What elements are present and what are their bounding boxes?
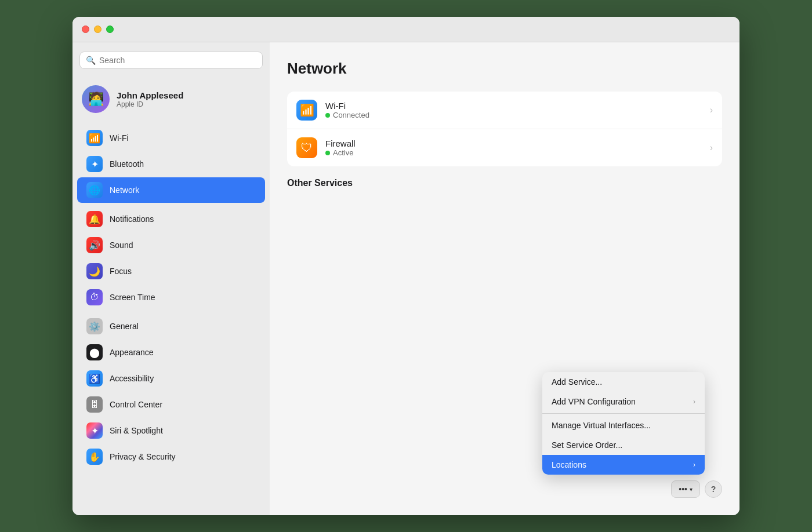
close-button[interactable]: [82, 25, 89, 33]
sidebar-item-screentime[interactable]: ⏱ Screen Time: [77, 285, 265, 310]
main-window: 🔍 🧑‍💻 John Appleseed Apple ID 📶: [72, 17, 740, 515]
sidebar-item-accessibility[interactable]: ♿ Accessibility: [77, 366, 265, 391]
dropdown-item-add-vpn-label: Add VPN Configuration: [552, 397, 636, 406]
sidebar-item-focus[interactable]: 🌙 Focus: [77, 258, 265, 284]
focus-icon: 🌙: [86, 263, 103, 279]
wifi-chevron-icon: ›: [710, 105, 713, 115]
appearance-icon: ⬤: [86, 344, 103, 360]
sidebar-item-sound[interactable]: 🔊 Sound: [77, 232, 265, 258]
bluetooth-icon: ✦: [86, 156, 103, 172]
search-icon: 🔍: [86, 56, 96, 65]
privacy-icon: ✋: [86, 449, 103, 465]
dropdown-item-locations-label: Locations: [552, 460, 586, 469]
sidebar-item-label-bluetooth: Bluetooth: [110, 159, 144, 169]
user-info: John Appleseed Apple ID: [117, 90, 183, 108]
search-input[interactable]: [99, 56, 256, 65]
wifi-service-icon: 📶: [296, 100, 317, 121]
help-button[interactable]: ?: [705, 480, 722, 498]
dropdown-menu: Add Service... Add VPN Configuration › M…: [542, 372, 705, 475]
sidebar-item-general[interactable]: ⚙️ General: [77, 314, 265, 339]
sidebar-item-siri[interactable]: ✦ Siri & Spotlight: [77, 418, 265, 443]
other-services-title: Other Services: [287, 178, 722, 188]
user-profile[interactable]: 🧑‍💻 John Appleseed Apple ID: [72, 78, 270, 120]
sidebar-item-label-general: General: [110, 322, 139, 331]
sidebar-item-bluetooth[interactable]: ✦ Bluetooth: [77, 151, 265, 177]
firewall-info: Firewall Active: [325, 139, 702, 157]
firewall-service-name: Firewall: [325, 139, 702, 148]
network-services-card: 📶 Wi-Fi Connected › 🛡: [287, 92, 722, 166]
avatar: 🧑‍💻: [82, 85, 110, 113]
wifi-icon: 📶: [86, 130, 103, 146]
sidebar-section-system: 🔔 Notifications 🔊 Sound 🌙 Focus: [72, 206, 270, 311]
wifi-status: Connected: [325, 111, 702, 119]
search-bar[interactable]: 🔍: [79, 52, 263, 69]
action-menu-dots: •••: [679, 484, 687, 494]
sidebar-item-label-screentime: Screen Time: [110, 293, 155, 302]
page-title: Network: [287, 60, 722, 78]
sidebar-item-label-sound: Sound: [110, 241, 133, 250]
dropdown-item-set-order-label: Set Service Order...: [552, 440, 622, 450]
user-name: John Appleseed: [117, 90, 183, 100]
minimize-button[interactable]: [94, 25, 102, 33]
sidebar-section-connectivity: 📶 Wi-Fi ✦ Bluetooth 🌐 Network: [72, 125, 270, 203]
vpn-chevron-icon: ›: [693, 398, 695, 406]
firewall-status: Active: [325, 148, 702, 157]
content-area: 🔍 🧑‍💻 John Appleseed Apple ID 📶: [72, 42, 740, 515]
user-subtitle: Apple ID: [117, 100, 183, 108]
sidebar-item-label-privacy: Privacy & Security: [110, 452, 176, 461]
sidebar-item-label-appearance: Appearance: [110, 348, 154, 357]
action-menu-button[interactable]: ••• ▾: [671, 480, 700, 498]
firewall-service-icon: 🛡: [296, 137, 317, 158]
firewall-chevron-icon: ›: [710, 143, 713, 153]
firewall-status-text: Active: [333, 148, 353, 157]
main-content: Network 📶 Wi-Fi Connected ›: [270, 42, 740, 515]
wifi-info: Wi-Fi Connected: [325, 101, 702, 119]
wifi-status-dot: [325, 113, 330, 118]
dropdown-item-manage-virtual[interactable]: Manage Virtual Interfaces...: [542, 416, 705, 435]
firewall-status-dot: [325, 151, 330, 155]
notifications-icon: 🔔: [86, 211, 103, 227]
traffic-lights: [82, 25, 114, 33]
sidebar-item-privacy[interactable]: ✋ Privacy & Security: [77, 444, 265, 469]
sound-icon: 🔊: [86, 237, 103, 253]
firewall-row[interactable]: 🛡 Firewall Active ›: [287, 129, 722, 166]
bottom-controls: ••• ▾ ?: [671, 480, 722, 498]
dropdown-item-set-order[interactable]: Set Service Order...: [542, 435, 705, 455]
general-icon: ⚙️: [86, 318, 103, 334]
sidebar-item-controlcenter[interactable]: 🎛 Control Center: [77, 392, 265, 417]
action-menu-chevron-icon: ▾: [690, 486, 693, 493]
siri-icon: ✦: [86, 422, 103, 439]
sidebar-item-label-focus: Focus: [110, 267, 132, 276]
screentime-icon: ⏱: [86, 289, 103, 305]
dropdown-item-locations[interactable]: Locations ›: [542, 455, 705, 475]
help-button-label: ?: [711, 484, 716, 494]
sidebar-item-label-network: Network: [110, 185, 139, 195]
sidebar-item-label-accessibility: Accessibility: [110, 374, 154, 383]
maximize-button[interactable]: [106, 25, 114, 33]
sidebar-item-notifications[interactable]: 🔔 Notifications: [77, 206, 265, 232]
sidebar-item-network[interactable]: 🌐 Network: [77, 177, 265, 203]
wifi-status-text: Connected: [333, 111, 369, 119]
dropdown-item-manage-virtual-label: Manage Virtual Interfaces...: [552, 421, 651, 430]
dropdown-item-add-service-label: Add Service...: [552, 377, 602, 387]
sidebar-item-label-wifi: Wi-Fi: [110, 133, 129, 143]
dropdown-item-add-vpn[interactable]: Add VPN Configuration ›: [542, 392, 705, 411]
wifi-service-name: Wi-Fi: [325, 101, 702, 111]
sidebar-item-label-siri: Siri & Spotlight: [110, 426, 163, 435]
sidebar-item-wifi[interactable]: 📶 Wi-Fi: [77, 125, 265, 151]
titlebar: [72, 17, 740, 42]
wifi-row[interactable]: 📶 Wi-Fi Connected ›: [287, 92, 722, 129]
sidebar-item-appearance[interactable]: ⬤ Appearance: [77, 340, 265, 365]
accessibility-icon: ♿: [86, 370, 103, 387]
sidebar-section-preferences: ⚙️ General ⬤ Appearance ♿ Accessibility: [72, 313, 270, 470]
controlcenter-icon: 🎛: [86, 396, 103, 413]
locations-chevron-icon: ›: [693, 461, 695, 469]
dropdown-separator-1: [542, 413, 705, 414]
sidebar-item-label-notifications: Notifications: [110, 214, 154, 224]
dropdown-item-add-service[interactable]: Add Service...: [542, 372, 705, 392]
network-icon: 🌐: [86, 182, 103, 198]
avatar-emoji: 🧑‍💻: [88, 92, 104, 107]
sidebar-item-label-controlcenter: Control Center: [110, 400, 162, 409]
sidebar: 🔍 🧑‍💻 John Appleseed Apple ID 📶: [72, 42, 270, 515]
